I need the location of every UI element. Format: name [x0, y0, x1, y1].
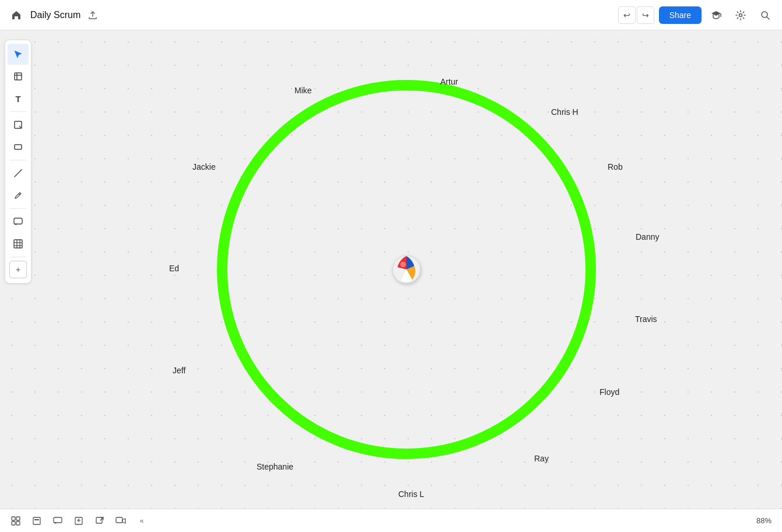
label-rob: Ed — [169, 264, 179, 273]
bottom-frame-button[interactable] — [28, 512, 45, 530]
share-button[interactable]: Share — [659, 6, 702, 24]
sticky-note-tool[interactable] — [8, 114, 29, 135]
bottom-toolbar: « 88% — [0, 509, 782, 532]
bottom-comment-button[interactable] — [49, 512, 66, 530]
circle-ring — [217, 80, 596, 459]
text-tool[interactable]: T — [8, 88, 29, 109]
redo-button[interactable]: ↪ — [637, 6, 654, 24]
grid-tool[interactable] — [8, 233, 29, 254]
label-danny: Danny — [636, 232, 659, 242]
bottom-collapse-button[interactable]: « — [133, 512, 150, 530]
svg-point-5 — [401, 262, 406, 268]
svg-rect-10 — [15, 145, 22, 149]
bottom-sticky-button[interactable] — [70, 512, 87, 530]
home-button[interactable] — [7, 6, 26, 24]
svg-rect-22 — [16, 522, 20, 525]
svg-line-12 — [19, 194, 20, 195]
label-mike: Mike — [294, 86, 312, 95]
label-travis: Travis — [635, 314, 657, 324]
bottom-link-button[interactable] — [91, 512, 108, 530]
header-right: Share — [659, 5, 775, 25]
zoom-level: 88% — [756, 516, 772, 525]
canvas-area[interactable]: Artur Mike Chris H Jackie Rob Ed Danny T… — [0, 30, 782, 509]
svg-rect-24 — [34, 519, 39, 520]
line-tool[interactable] — [8, 163, 29, 184]
svg-rect-31 — [116, 517, 122, 523]
undo-button[interactable]: ↩ — [618, 6, 636, 24]
label-ed: Rob — [608, 162, 623, 172]
bottom-grid-button[interactable] — [7, 512, 24, 530]
label-chris-l: Chris L — [398, 489, 424, 499]
document-title: Daily Scrum — [30, 10, 80, 20]
undo-redo-group: ↩ ↪ — [618, 6, 654, 24]
label-artur: Artur — [440, 77, 458, 86]
pen-tool[interactable] — [8, 185, 29, 206]
upload-button[interactable] — [84, 6, 101, 24]
rect-tool[interactable] — [8, 136, 29, 158]
label-jackie: Jackie — [192, 162, 216, 172]
circle-container — [217, 80, 596, 459]
bottom-video-button[interactable] — [112, 512, 129, 530]
beach-ball[interactable] — [392, 256, 420, 284]
label-chris-h: Chris H — [551, 107, 578, 117]
comment-tool[interactable] — [8, 211, 29, 232]
svg-rect-6 — [15, 73, 22, 80]
title-area: Daily Scrum — [30, 6, 613, 24]
label-jeff: Jeff — [173, 366, 185, 375]
search-button[interactable] — [755, 5, 775, 25]
header: Daily Scrum ↩ ↪ Share — [0, 0, 782, 30]
svg-point-1 — [739, 13, 742, 16]
settings-button[interactable] — [731, 5, 751, 25]
svg-rect-14 — [14, 240, 22, 248]
label-floyd: Floyd — [599, 387, 619, 397]
svg-rect-13 — [14, 218, 22, 224]
label-ray: Ray — [534, 454, 549, 463]
svg-rect-21 — [12, 522, 15, 525]
cursor-tool[interactable] — [8, 44, 29, 65]
svg-rect-20 — [16, 517, 20, 520]
svg-rect-19 — [12, 517, 15, 520]
svg-rect-29 — [96, 517, 102, 523]
svg-rect-25 — [54, 517, 62, 523]
svg-line-11 — [15, 170, 22, 177]
label-stephanie: Stephanie — [257, 462, 293, 471]
add-tool-button[interactable]: + — [9, 261, 27, 278]
frame-tool[interactable] — [8, 66, 29, 87]
svg-rect-23 — [33, 517, 40, 524]
left-toolbar: T — [5, 40, 31, 284]
graduation-cap-button[interactable] — [706, 5, 726, 25]
svg-line-3 — [767, 17, 769, 19]
